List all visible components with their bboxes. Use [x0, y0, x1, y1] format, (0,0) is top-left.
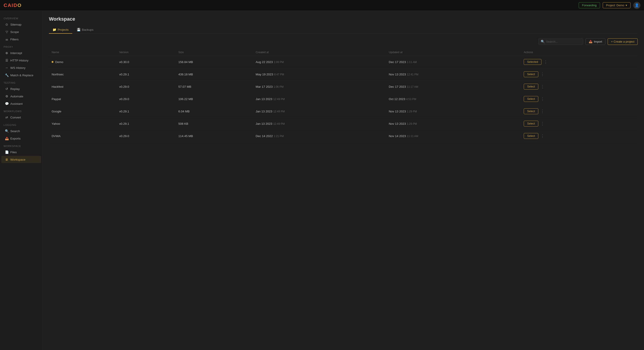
intercept-icon: ⊕	[5, 51, 8, 55]
sidebar-item-filters[interactable]: ⚌ Filters	[1, 36, 41, 43]
sitemap-icon: ⊙	[5, 23, 8, 26]
row-created-6: Dec 14 20221:21 PM	[253, 130, 386, 142]
sidebar-item-label: Assistant	[10, 102, 23, 106]
sidebar-item-intercept[interactable]: ⊕ Intercept	[1, 49, 41, 56]
select-button[interactable]: Select	[524, 108, 538, 114]
table-row: Googlev0.29.16.04 MBJan 13 202312:49 PMN…	[49, 105, 638, 118]
project-button[interactable]: Project Demo ▾	[603, 2, 630, 8]
row-created-1: May 19 20238:47 PM	[253, 68, 386, 80]
row-actions-1: Select⋮	[521, 68, 638, 80]
http-history-icon: ☰	[5, 58, 8, 62]
sidebar-item-exports[interactable]: 📤 Exports	[1, 135, 41, 142]
sidebar-item-label: Exports	[10, 137, 21, 140]
sidebar-item-scope[interactable]: ▽ Scope	[1, 28, 41, 36]
sidebar-item-replay[interactable]: ↺ Replay	[1, 85, 41, 92]
active-dot	[52, 61, 54, 63]
row-updated-1: Nov 13 202312:41 PM	[386, 68, 521, 80]
workspace-icon: 🖥	[5, 158, 8, 161]
convert-icon: ⇄	[5, 116, 8, 119]
forwarding-button[interactable]: Forwarding	[579, 2, 600, 8]
row-actions-5: Select⋮	[521, 118, 638, 130]
row-updated-0: Dec 17 20231:11 AM	[386, 56, 521, 68]
project-name-cell: DVWA	[52, 134, 60, 138]
row-version-3: v0.29.0	[116, 93, 176, 105]
sidebar-item-http-history[interactable]: ☰ HTTP History	[1, 57, 41, 64]
more-options-button[interactable]: ⋮	[540, 84, 546, 89]
import-button[interactable]: 📥 Import	[586, 38, 606, 45]
sidebar-item-search[interactable]: 🔍 Search	[1, 128, 41, 134]
sidebar-item-files[interactable]: 📄 Files	[1, 148, 41, 156]
project-name-cell: Demo	[55, 60, 63, 64]
col-updated-at: Updated at	[386, 49, 521, 56]
row-size-1: 439.18 MB	[176, 68, 253, 80]
page-title: Workspace	[49, 16, 638, 22]
projects-tab-label: Projects	[58, 28, 69, 32]
row-name-2: Hackfest	[49, 80, 116, 93]
import-icon: 📥	[589, 40, 592, 43]
more-options-button[interactable]: ⋮	[540, 96, 546, 102]
logo: CAIDO	[4, 2, 22, 8]
ws-history-icon: ↔	[5, 66, 8, 70]
sidebar-item-label: WS History	[10, 66, 26, 70]
row-version-0: v0.30.0	[116, 56, 176, 68]
sidebar-item-label: Filters	[10, 38, 18, 41]
sidebar-item-label: Scope	[10, 30, 19, 34]
select-button[interactable]: Select	[524, 121, 538, 126]
row-size-2: 57.07 MB	[176, 80, 253, 93]
exports-icon: 📤	[5, 137, 8, 140]
more-options-button[interactable]: ⋮	[543, 60, 549, 64]
table-row: DVWAv0.29.0114.45 MBDec 14 20221:21 PMNo…	[49, 130, 638, 142]
col-actions: Actions	[521, 49, 638, 56]
sidebar-item-sitemap[interactable]: ⊙ Sitemap	[1, 21, 41, 28]
row-name-5: Yahoo	[49, 118, 116, 130]
more-options-button[interactable]: ⋮	[540, 121, 546, 126]
projects-tab-icon: 📁	[52, 28, 56, 32]
more-options-button[interactable]: ⋮	[540, 134, 546, 138]
sidebar-item-label: Sitemap	[10, 23, 22, 26]
sidebar-item-label: Automate	[10, 95, 23, 98]
topbar: CAIDO Forwarding Project Demo ▾ 👤	[0, 0, 644, 11]
search-box[interactable]: 🔍	[538, 38, 583, 45]
row-version-6: v0.29.0	[116, 130, 176, 142]
sidebar-item-assistant[interactable]: 💬 Assistant	[1, 100, 41, 107]
project-name-cell: Northsec	[52, 73, 64, 76]
sidebar-item-label: Workspace	[10, 158, 25, 161]
tabs: 📁 Projects 💾 Backups	[49, 26, 638, 34]
sidebar-item-convert[interactable]: ⇄ Convert	[1, 114, 41, 121]
tab-projects[interactable]: 📁 Projects	[49, 26, 72, 34]
selected-button[interactable]: Selected	[524, 59, 542, 65]
assistant-icon: 💬	[5, 102, 8, 106]
row-actions-6: Select⋮	[521, 130, 638, 142]
more-options-button[interactable]: ⋮	[540, 109, 546, 114]
row-created-4: Jan 13 202312:49 PM	[253, 105, 386, 118]
select-button[interactable]: Select	[524, 96, 538, 102]
tab-backups[interactable]: 💾 Backups	[73, 26, 97, 34]
create-project-button[interactable]: + Create a project	[608, 38, 638, 45]
main-layout: Overview ⊙ Sitemap ▽ Scope ⚌ Filters Pro…	[0, 11, 644, 350]
more-options-button[interactable]: ⋮	[540, 72, 546, 77]
row-actions-2: Select⋮	[521, 80, 638, 93]
row-name-4: Google	[49, 105, 116, 118]
replay-icon: ↺	[5, 87, 8, 91]
row-created-3: Jan 13 202312:49 PM	[253, 93, 386, 105]
select-button[interactable]: Select	[524, 71, 538, 77]
table-row: Northsecv0.29.1439.18 MBMay 19 20238:47 …	[49, 68, 638, 80]
sidebar-item-label: HTTP History	[10, 59, 28, 62]
filters-icon: ⚌	[5, 38, 8, 41]
search-input[interactable]	[546, 40, 581, 43]
topbar-right: Forwarding Project Demo ▾ 👤	[579, 2, 640, 9]
backups-tab-label: Backups	[82, 28, 94, 32]
sidebar-section-workspace: Workspace	[0, 143, 42, 148]
row-actions-0: Selected⋮	[521, 56, 638, 68]
row-size-6: 114.45 MB	[176, 130, 253, 142]
sidebar-item-workspace[interactable]: 🖥 Workspace	[1, 156, 41, 163]
avatar[interactable]: 👤	[633, 2, 640, 9]
select-button[interactable]: Select	[524, 133, 538, 139]
sidebar-item-match-replace[interactable]: 🔧 Match & Replace	[1, 72, 41, 79]
sidebar-item-ws-history[interactable]: ↔ WS History	[1, 64, 41, 71]
row-name-0: Demo	[49, 56, 116, 68]
row-created-0: Aug 22 20231:09 PM	[253, 56, 386, 68]
sidebar-item-automate[interactable]: ⚙ Automate	[1, 93, 41, 100]
sidebar-item-label: Convert	[10, 116, 21, 119]
select-button[interactable]: Select	[524, 84, 538, 90]
